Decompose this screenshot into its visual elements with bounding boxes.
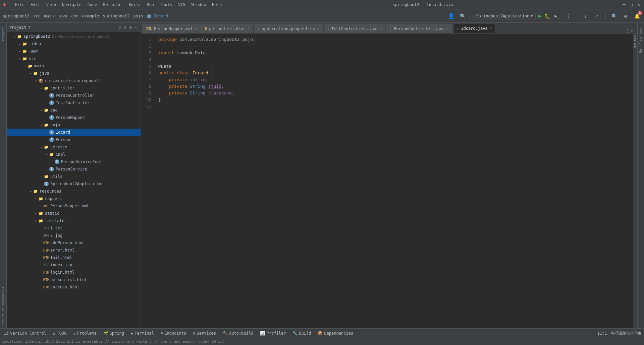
notifications-strip[interactable]: Notifications xyxy=(639,27,643,53)
tree-item-src[interactable]: ▾ 📁 src xyxy=(7,55,141,62)
breadcrumb-example[interactable]: example xyxy=(82,14,99,18)
tree-item-Idcard[interactable]: ▸ C Idcard xyxy=(7,129,141,136)
tree-item-PersonServiceImpl[interactable]: ▸ C PersonServiceImpl xyxy=(7,158,141,165)
status-services[interactable]: ⚙ Services xyxy=(192,331,217,336)
status-dependencies[interactable]: 📦 Dependencies xyxy=(316,331,355,336)
settings-button[interactable]: ⚙ xyxy=(621,12,630,20)
project-strip-label[interactable]: Project xyxy=(1,25,5,42)
code-editor[interactable]: package com.example.springboot2.pojo; im… xyxy=(154,33,633,328)
menu-build[interactable]: Build xyxy=(126,2,143,8)
menu-vcs[interactable]: VCS xyxy=(175,2,188,8)
breadcrumb-com[interactable]: com xyxy=(71,14,78,18)
structure-strip-label[interactable]: Structure xyxy=(1,307,5,326)
menu-window[interactable]: Window xyxy=(189,2,209,8)
vcs-commit-button[interactable]: ✓ xyxy=(593,12,601,20)
tab-PersonController-java[interactable]: ☕ PersonController.java ✕ xyxy=(386,24,452,33)
tab-application-properties[interactable]: ⚙ application.properties ✕ xyxy=(254,24,323,33)
menu-edit[interactable]: Edit xyxy=(28,2,43,8)
tree-item-2jpg[interactable]: ▸ IMG 2.jpg xyxy=(7,232,141,239)
tree-item-PersonMapper-xml[interactable]: ▸ XML PersonMapper.xml xyxy=(7,202,141,210)
tree-item-login-html[interactable]: ▸ HTM login.html xyxy=(7,269,141,276)
tree-item-impl[interactable]: ▾ 📁 impl xyxy=(7,151,141,158)
debug-button[interactable]: 🐛 xyxy=(544,13,550,19)
tree-item-pojo[interactable]: ▾ 📁 pojo xyxy=(7,121,141,129)
panel-collapse-all[interactable]: ⊟ xyxy=(118,25,122,30)
tab-PersonMapper-xml[interactable]: XML PersonMapper.xml ✕ xyxy=(142,24,201,33)
tree-item-templates[interactable]: ▾ 📁 templates xyxy=(7,217,141,224)
tab-Idcard-java[interactable]: ☕ Idcard.java ✕ xyxy=(453,24,495,33)
tree-item-static[interactable]: ▸ 📁 static xyxy=(7,210,141,217)
tree-item-1txt[interactable]: ▸ TXT 1.txt xyxy=(7,224,141,232)
menu-run[interactable]: Run xyxy=(144,2,157,8)
tree-item-idea[interactable]: ▸ 📂 .idea xyxy=(7,40,141,48)
minimize-button[interactable]: ─ xyxy=(622,1,627,8)
menu-view[interactable]: View xyxy=(44,2,59,8)
profile-button[interactable]: 👤 xyxy=(447,12,455,20)
panel-expand-all[interactable]: ≡ xyxy=(123,25,127,30)
status-build[interactable]: 🔧 Build xyxy=(291,331,312,336)
status-terminal[interactable]: ▶ Terminal xyxy=(129,331,155,336)
editor-scrollbar[interactable]: ✓ 2 ∧ ∨ xyxy=(633,33,637,328)
tab-overflow-button[interactable]: ⋮ xyxy=(626,28,630,33)
tree-item-java[interactable]: ▾ 📁 java xyxy=(7,70,141,77)
menu-help[interactable]: Help xyxy=(209,2,224,8)
search-button[interactable]: 🔍 xyxy=(610,12,619,20)
status-todo[interactable]: ☑ TODO xyxy=(52,331,68,336)
menu-refactor[interactable]: Refactor xyxy=(100,2,125,8)
status-endpoints[interactable]: ⊕ Endpoints xyxy=(159,331,187,336)
notifications-button[interactable]: 🔔 2 xyxy=(633,12,641,20)
tab-personlist-html[interactable]: H personlist.html ✕ xyxy=(201,24,253,33)
tree-item-PersonService[interactable]: ▸ I PersonService xyxy=(7,165,141,173)
tab-close-TestController-java[interactable]: ✕ xyxy=(379,26,382,31)
breadcrumb-pojo[interactable]: pojo xyxy=(133,14,143,18)
tab-close-application-properties[interactable]: ✕ xyxy=(317,26,319,31)
tab-split-button[interactable]: ⊡ xyxy=(631,29,633,33)
tree-item-success-html[interactable]: ▸ HTM success.html xyxy=(7,283,141,291)
status-autobuild[interactable]: 🔨 Auto-build xyxy=(221,331,255,336)
tree-item-fail-html[interactable]: ▸ HTM fail.html xyxy=(7,254,141,261)
tree-item-error-html[interactable]: ▸ HTM error.html xyxy=(7,247,141,254)
bookmarks-strip-label[interactable]: Bookmarks xyxy=(1,287,5,305)
tree-item-mvn[interactable]: ▸ 📂 .mvn xyxy=(7,48,141,55)
menu-navigate[interactable]: Navigate xyxy=(59,2,84,8)
tab-close-PersonMapper-xml[interactable]: ✕ xyxy=(195,26,197,31)
tab-TestController-java[interactable]: ☕ TestController.java ✕ xyxy=(324,24,385,33)
tree-item-Person[interactable]: ▸ C Person xyxy=(7,136,141,143)
tree-item-package[interactable]: ▾ 📦 com.example.springboot2 xyxy=(7,77,141,84)
run-config-selector[interactable]: ☕ Springboot2Application ▼ xyxy=(470,13,536,19)
tab-close-Idcard-java[interactable]: ✕ xyxy=(490,26,492,30)
status-problems[interactable]: ⚠ Problems xyxy=(72,331,98,336)
search-everywhere-button[interactable]: 🔍 xyxy=(458,12,467,20)
breadcrumb-springboot2[interactable]: springboot2 xyxy=(3,14,29,18)
menu-file[interactable]: File xyxy=(12,2,27,8)
tree-item-PersonMapper[interactable]: ▸ I PersonMapper xyxy=(7,114,141,121)
tree-item-service[interactable]: ▾ 📁 service xyxy=(7,143,141,151)
status-spring[interactable]: 🌱 Spring xyxy=(102,331,125,336)
breadcrumb-springboot2b[interactable]: springboot2 xyxy=(103,14,129,18)
tree-item-main[interactable]: ▾ 📁 main xyxy=(7,62,141,70)
close-button[interactable]: ✕ xyxy=(636,1,641,8)
coverage-button[interactable]: ▶̲ xyxy=(553,12,561,20)
tree-item-springboot2[interactable]: ▾ 📁 springboot2 D:\Users\Admin\springboo… xyxy=(7,33,141,40)
tree-item-personlist-html[interactable]: ▸ HTM personlist.html xyxy=(7,276,141,283)
panel-minimize[interactable]: — xyxy=(134,25,138,30)
more-run-button[interactable]: ⋮ xyxy=(564,12,573,20)
tree-item-controller[interactable]: ▾ 📁 controller xyxy=(7,84,141,92)
tree-item-utils[interactable]: ▸ 📁 utils xyxy=(7,173,141,180)
tree-item-addPerson-html[interactable]: ▸ HTM addPerson.html xyxy=(7,239,141,247)
run-button[interactable]: ▶ xyxy=(538,13,542,19)
tree-item-mappers[interactable]: ▾ 📁 mappers xyxy=(7,195,141,202)
status-profiler[interactable]: 📊 Profiler xyxy=(259,331,287,336)
tree-item-PersonController[interactable]: ▸ C PersonController xyxy=(7,92,141,99)
breadcrumb-main[interactable]: main xyxy=(44,14,54,18)
menu-code[interactable]: Code xyxy=(85,2,100,8)
status-version-control[interactable]: ⎇ Version Control xyxy=(3,331,48,336)
tree-item-TestController[interactable]: ▸ C TestController xyxy=(7,99,141,107)
menu-tools[interactable]: Tools xyxy=(157,2,175,8)
tab-close-personlist-html[interactable]: ✕ xyxy=(248,26,250,31)
breadcrumb-src[interactable]: src xyxy=(33,14,41,18)
tree-item-resources[interactable]: ▾ 📁 resources xyxy=(7,188,141,195)
tree-item-index-jsp[interactable]: ▸ JSP index.jsp xyxy=(7,261,141,269)
maximize-button[interactable]: □ xyxy=(629,1,634,8)
tree-item-dao[interactable]: ▾ 📁 dao xyxy=(7,107,141,114)
